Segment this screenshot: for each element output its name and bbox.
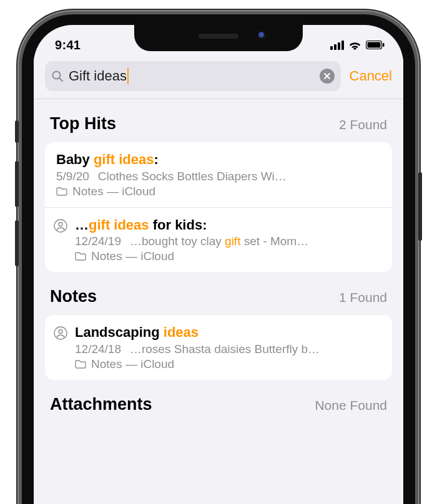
result-location-text: Notes — iCloud bbox=[72, 185, 155, 198]
clear-icon bbox=[323, 72, 331, 80]
result-snippet: …roses Shasta daisies Butterfly b… bbox=[130, 342, 320, 356]
status-indicators bbox=[330, 41, 385, 50]
section-title: Notes bbox=[50, 287, 97, 306]
mute-switch bbox=[15, 120, 19, 143]
section-count: 2 Found bbox=[339, 117, 387, 132]
result-location: Notes — iCloud bbox=[75, 357, 381, 371]
section-title: Attachments bbox=[50, 395, 152, 414]
folder-icon bbox=[56, 187, 67, 196]
svg-line-4 bbox=[59, 78, 62, 81]
title-highlight: gift ideas bbox=[94, 152, 154, 167]
title-pre: … bbox=[75, 217, 89, 233]
result-location: Notes — iCloud bbox=[56, 185, 381, 198]
search-result[interactable]: …gift ideas for kids: 12/24/19 …bought t… bbox=[45, 207, 392, 273]
search-bar: Gift ideas Cancel bbox=[34, 56, 403, 99]
wifi-icon bbox=[348, 41, 361, 50]
result-date: 12/24/18 bbox=[75, 342, 121, 356]
text-cursor bbox=[127, 68, 129, 84]
search-query: Gift ideas bbox=[69, 68, 315, 84]
result-title: Landscaping ideas bbox=[75, 324, 381, 341]
top-hits-card: Baby gift ideas: 5/9/20 Clothes Socks Bo… bbox=[45, 142, 392, 272]
folder-icon bbox=[75, 360, 86, 369]
title-post: for kids: bbox=[149, 217, 207, 233]
screen: 9:41 bbox=[34, 25, 403, 504]
title-highlight: ideas bbox=[164, 324, 199, 340]
result-snippet: Clothes Socks Bottles Diapers Wi… bbox=[98, 170, 287, 183]
result-title: …gift ideas for kids: bbox=[75, 216, 381, 234]
section-header-attachments: Attachments None Found bbox=[34, 380, 403, 423]
result-date: 5/9/20 bbox=[56, 170, 89, 183]
title-pre: Landscaping bbox=[75, 324, 164, 340]
search-result[interactable]: Landscaping ideas 12/24/18 …roses Shasta… bbox=[45, 315, 392, 380]
notch bbox=[134, 25, 303, 51]
search-result[interactable]: Baby gift ideas: 5/9/20 Clothes Socks Bo… bbox=[45, 142, 392, 207]
device-frame: 9:41 bbox=[19, 11, 418, 504]
section-title: Top Hits bbox=[50, 114, 116, 133]
title-highlight: gift ideas bbox=[89, 217, 149, 233]
status-time: 9:41 bbox=[55, 38, 81, 52]
results-scroll[interactable]: Top Hits 2 Found Baby gift ideas: 5/9/20… bbox=[34, 99, 403, 423]
cellular-icon bbox=[330, 41, 344, 50]
result-location: Notes — iCloud bbox=[75, 250, 381, 263]
result-subline: 12/24/19 …bought toy clay gift set - Mom… bbox=[75, 235, 381, 248]
section-count: 1 Found bbox=[339, 290, 387, 305]
result-title: Baby gift ideas: bbox=[56, 151, 381, 168]
result-snippet: …bought toy clay gift set - Mom… bbox=[130, 235, 308, 248]
result-date: 12/24/19 bbox=[75, 235, 121, 248]
shared-icon bbox=[54, 326, 67, 340]
svg-rect-1 bbox=[368, 42, 381, 48]
result-location-text: Notes — iCloud bbox=[91, 250, 174, 263]
power-key bbox=[418, 172, 422, 241]
battery-icon bbox=[366, 41, 385, 49]
section-header-notes: Notes 1 Found bbox=[34, 272, 403, 315]
cancel-button[interactable]: Cancel bbox=[350, 68, 392, 84]
section-header-top-hits: Top Hits 2 Found bbox=[34, 99, 403, 142]
section-count: None Found bbox=[315, 398, 387, 413]
result-subline: 5/9/20 Clothes Socks Bottles Diapers Wi… bbox=[56, 170, 381, 183]
clear-search-button[interactable] bbox=[320, 69, 335, 84]
title-pre: Baby bbox=[56, 152, 94, 167]
search-query-text: Gift ideas bbox=[69, 68, 127, 84]
notes-card: Landscaping ideas 12/24/18 …roses Shasta… bbox=[45, 315, 392, 380]
shared-icon bbox=[54, 219, 67, 233]
title-post: : bbox=[154, 152, 159, 167]
search-icon bbox=[51, 70, 64, 82]
svg-point-8 bbox=[59, 330, 62, 334]
result-location-text: Notes — iCloud bbox=[91, 357, 174, 371]
result-subline: 12/24/18 …roses Shasta daisies Butterfly… bbox=[75, 342, 381, 356]
svg-rect-2 bbox=[383, 43, 385, 47]
folder-icon bbox=[75, 252, 86, 261]
search-input[interactable]: Gift ideas bbox=[45, 61, 341, 91]
svg-point-6 bbox=[59, 222, 62, 226]
volume-up-key bbox=[15, 161, 19, 207]
volume-down-key bbox=[15, 220, 19, 266]
